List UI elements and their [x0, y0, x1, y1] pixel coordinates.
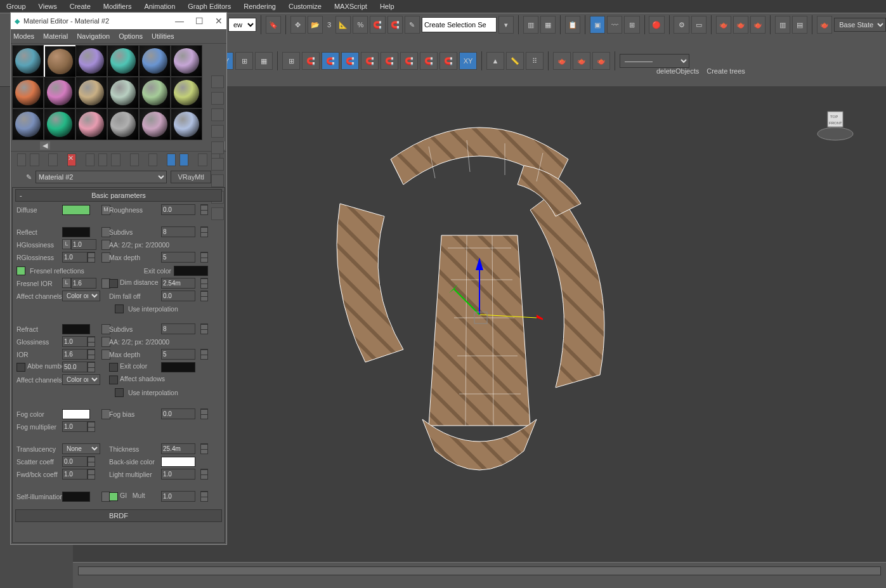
- mult-spin-buttons[interactable]: [200, 491, 208, 502]
- make-unique-icon[interactable]: [98, 154, 107, 166]
- go-parent-icon[interactable]: [179, 154, 188, 166]
- matmenu-options[interactable]: Options: [119, 32, 143, 40]
- thickness-spinner[interactable]: [161, 443, 195, 454]
- snap-face-icon[interactable]: 🧲: [341, 52, 359, 70]
- rollout-brdf[interactable]: BRDF: [15, 509, 222, 522]
- selfillum-swatch[interactable]: [62, 492, 90, 502]
- fresnel-checkbox[interactable]: [16, 266, 25, 275]
- abbe-checkbox[interactable]: [16, 363, 25, 372]
- tool-material-icon[interactable]: 🔴: [649, 16, 664, 34]
- menu-group[interactable]: Group: [0, 1, 32, 12]
- reflect-color-swatch[interactable]: [62, 227, 90, 237]
- menu-views[interactable]: Views: [32, 1, 63, 12]
- go-forward-icon[interactable]: [198, 154, 207, 166]
- maxdepth2-spinner[interactable]: [161, 349, 195, 360]
- material-slot-13[interactable]: [44, 108, 75, 140]
- menu-create[interactable]: Create: [63, 1, 97, 12]
- menu-customize[interactable]: Customize: [282, 1, 328, 12]
- abbe-spinner[interactable]: [62, 362, 88, 372]
- hgloss-lock-button[interactable]: L: [62, 239, 71, 249]
- diffuse-color-swatch[interactable]: [62, 205, 90, 215]
- fogbias-spinner[interactable]: [161, 408, 195, 419]
- reset-map-icon[interactable]: ✕: [67, 154, 76, 166]
- get-material-icon[interactable]: [17, 154, 26, 166]
- script-createtrees[interactable]: Create trees: [707, 67, 745, 75]
- tool-teapot4-icon[interactable]: 🫖: [817, 16, 832, 34]
- dimdist-spin-buttons[interactable]: [200, 278, 208, 289]
- scatter-spinner[interactable]: [62, 456, 88, 467]
- snap-e-icon[interactable]: 🧲: [440, 52, 457, 70]
- tool-render-frame-icon[interactable]: ▭: [691, 16, 707, 34]
- snap-b-icon[interactable]: 🧲: [381, 52, 398, 70]
- snap-grid-icon[interactable]: ⊞: [282, 52, 300, 70]
- material-slot-14[interactable]: [75, 108, 107, 140]
- tool-edit-icon[interactable]: ✎: [405, 16, 420, 34]
- tool-schematic-icon[interactable]: ⊞: [624, 16, 639, 34]
- refract-color-swatch[interactable]: [62, 324, 90, 334]
- translucency-dropdown[interactable]: None: [62, 443, 100, 454]
- material-slot-15[interactable]: [107, 108, 139, 140]
- options-icon[interactable]: [211, 174, 224, 187]
- mat-effects-icon[interactable]: [130, 154, 139, 166]
- show-end-result-icon[interactable]: [167, 154, 176, 166]
- rgloss-spinner[interactable]: [62, 252, 88, 263]
- lightmult-spin-buttons[interactable]: [200, 469, 208, 480]
- exitcolor2-swatch[interactable]: [161, 362, 195, 372]
- tool-move-icon[interactable]: ✥: [290, 16, 306, 34]
- teapot-b-icon[interactable]: 🫖: [573, 52, 590, 70]
- lightmult-spinner[interactable]: [161, 469, 195, 480]
- fogmult-spin-buttons[interactable]: [88, 421, 95, 432]
- maximize-icon[interactable]: ☐: [195, 16, 204, 26]
- menu-modifiers[interactable]: Modifiers: [97, 1, 138, 12]
- close-icon[interactable]: ✕: [215, 16, 223, 26]
- tool-teapot2-icon[interactable]: 🫖: [733, 16, 748, 34]
- video-check-icon[interactable]: [211, 141, 224, 154]
- teapot-c-icon[interactable]: 🫖: [592, 52, 610, 70]
- material-slot-11[interactable]: [171, 77, 202, 108]
- snap-c-icon[interactable]: 🧲: [400, 52, 418, 70]
- snap-d-icon[interactable]: 🧲: [420, 52, 438, 70]
- dimdist-spinner[interactable]: [161, 278, 195, 289]
- tool-mirror-icon[interactable]: ▥: [523, 16, 538, 34]
- gloss2-spinner[interactable]: [62, 336, 88, 347]
- show-map-icon[interactable]: [148, 154, 157, 166]
- dimfall-spin-buttons[interactable]: [200, 291, 208, 301]
- ior-spin-buttons[interactable]: [88, 349, 95, 360]
- fresnelior-lock-button[interactable]: L: [62, 278, 71, 288]
- material-slot-17[interactable]: [171, 108, 202, 140]
- affect-channels-dropdown[interactable]: Color only: [62, 291, 100, 301]
- matmenu-utilities[interactable]: Utilities: [152, 32, 174, 40]
- timeline[interactable]: [73, 562, 886, 588]
- fwdbck-spin-buttons[interactable]: [88, 469, 95, 480]
- fogmult-spinner[interactable]: [62, 421, 88, 432]
- fogbias-spin-buttons[interactable]: [200, 408, 208, 419]
- tool-arrow-down-icon[interactable]: ▾: [498, 16, 514, 34]
- fogcolor-swatch[interactable]: [62, 409, 90, 419]
- matmenu-modes[interactable]: Modes: [13, 32, 34, 40]
- minimize-icon[interactable]: —: [175, 16, 184, 26]
- small-grid-icon[interactable]: ▦: [255, 52, 273, 70]
- backside-swatch[interactable]: [161, 457, 195, 467]
- script-deleteobjects[interactable]: deleteObjects: [656, 67, 699, 75]
- fwdbck-spinner[interactable]: [62, 469, 88, 480]
- matmenu-material[interactable]: Material: [43, 32, 68, 40]
- menu-animation[interactable]: Animation: [138, 1, 181, 12]
- mat-id-icon[interactable]: [211, 207, 224, 220]
- sample-sphere-icon[interactable]: [211, 75, 224, 88]
- thickness-spin-buttons[interactable]: [200, 443, 208, 454]
- background-icon[interactable]: [211, 108, 224, 121]
- tool-panel1-icon[interactable]: ▥: [775, 16, 790, 34]
- dimdist-checkbox[interactable]: [109, 279, 118, 288]
- snap-edge-icon[interactable]: 🧲: [322, 52, 339, 70]
- axis-constrain-icon[interactable]: ▲: [486, 52, 504, 70]
- tool-scene-explorer-icon[interactable]: ▣: [590, 16, 605, 34]
- line-style-dropdown[interactable]: ————: [620, 54, 689, 68]
- material-slot-5[interactable]: [171, 45, 202, 77]
- tool-teapot3-icon[interactable]: 🫖: [750, 16, 765, 34]
- maxdepth2-spin-buttons[interactable]: [200, 349, 208, 360]
- put-to-scene-icon[interactable]: [30, 154, 39, 166]
- sample-uv-icon[interactable]: [211, 125, 224, 138]
- snap-magnet-icon[interactable]: 🧲: [370, 16, 385, 34]
- material-slot-8[interactable]: [75, 77, 107, 108]
- menu-help[interactable]: Help: [374, 1, 401, 12]
